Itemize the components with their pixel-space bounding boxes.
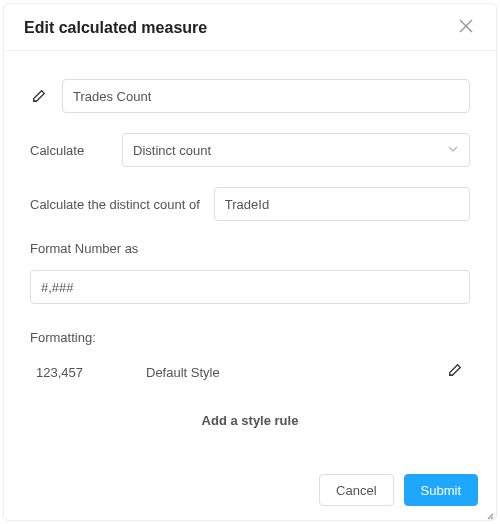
resize-handle[interactable] xyxy=(482,506,494,518)
edit-style-button[interactable] xyxy=(446,363,464,381)
formatting-example: 123,457 xyxy=(36,365,146,380)
distinct-count-label: Calculate the distinct count of xyxy=(30,197,200,212)
format-number-label: Format Number as xyxy=(30,241,470,256)
calculate-row: Calculate Distinct count xyxy=(30,133,470,167)
dialog-title: Edit calculated measure xyxy=(24,19,207,37)
formatting-preview-row: 123,457 Default Style xyxy=(30,363,470,381)
svg-line-5 xyxy=(491,517,493,519)
formatting-section-label: Formatting: xyxy=(30,330,470,345)
dialog-header: Edit calculated measure xyxy=(4,4,496,51)
distinct-count-field-input[interactable] xyxy=(214,187,470,221)
close-button[interactable] xyxy=(456,18,476,38)
calculate-selected-value: Distinct count xyxy=(133,143,211,158)
dialog-body: Calculate Distinct count Calculate the d… xyxy=(4,51,496,464)
format-pattern-input[interactable] xyxy=(30,270,470,304)
distinct-count-row: Calculate the distinct count of xyxy=(30,187,470,221)
calculate-label: Calculate xyxy=(30,143,108,158)
chevron-down-icon xyxy=(447,143,459,158)
edit-measure-dialog: Edit calculated measure Calculate Distin… xyxy=(3,3,497,521)
calculate-select[interactable]: Distinct count xyxy=(122,133,470,167)
cancel-button[interactable]: Cancel xyxy=(319,474,393,506)
pencil-icon xyxy=(448,363,462,381)
submit-button[interactable]: Submit xyxy=(404,474,478,506)
close-icon xyxy=(459,19,473,37)
formatting-style-name: Default Style xyxy=(146,365,446,380)
measure-name-input[interactable] xyxy=(62,79,470,113)
resize-icon xyxy=(482,506,494,523)
add-style-rule-button[interactable]: Add a style rule xyxy=(30,407,470,438)
name-row xyxy=(30,79,470,113)
dialog-footer: Cancel Submit xyxy=(4,464,496,520)
pencil-icon xyxy=(30,87,48,105)
